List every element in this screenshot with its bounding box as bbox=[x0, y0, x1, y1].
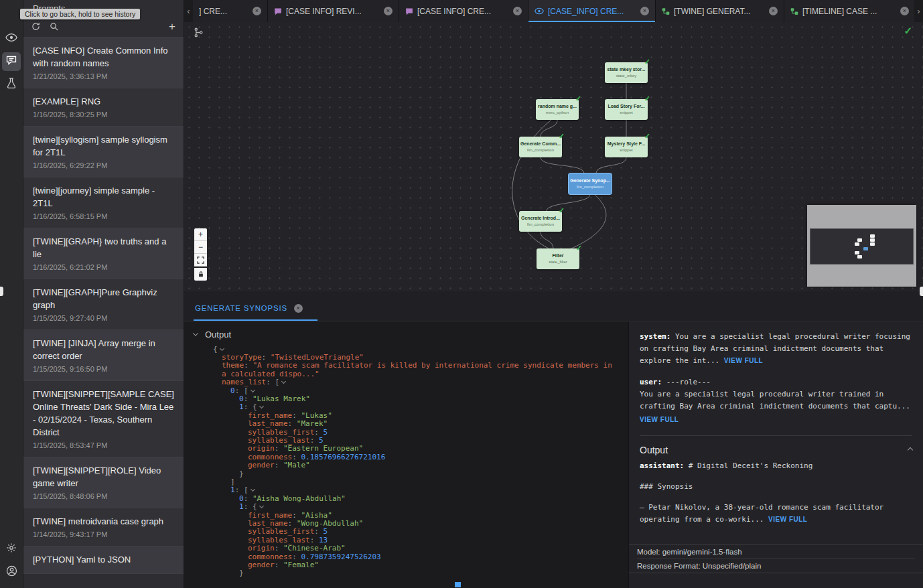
tab-item[interactable]: [CASE INFO] CRE...× bbox=[399, 0, 528, 22]
prompt-title: [TWINE][SNIPPET][SAMPLE CASE] Online Thr… bbox=[33, 388, 174, 439]
prompt-list-item[interactable]: [TWINE] metroidvania case graph1/14/2025… bbox=[23, 508, 184, 546]
rail-item-flask[interactable] bbox=[2, 75, 21, 94]
json-line: 0: "Aisha Wong-Abdullah" bbox=[192, 495, 628, 503]
scrollbar-thumb[interactable] bbox=[455, 582, 461, 587]
prompt-list-item[interactable]: [PYTHON] Yaml to JSON bbox=[23, 546, 184, 574]
collapse-chevron-icon[interactable] bbox=[259, 404, 263, 409]
canvas-controls: + − bbox=[194, 228, 207, 281]
tab-label: [CASE_INFO] CRE... bbox=[548, 7, 636, 16]
flow-node[interactable]: Generate Introd...llm_completion✓ bbox=[519, 211, 562, 232]
minimap[interactable] bbox=[807, 205, 916, 287]
prompt-list-item[interactable]: [CASE INFO] Create Common Info with rand… bbox=[23, 38, 184, 88]
collapse-chevron-icon[interactable] bbox=[259, 504, 263, 508]
flow-node[interactable]: Filterstate_filter✓ bbox=[537, 248, 579, 269]
rail-item-settings[interactable] bbox=[2, 540, 21, 559]
close-icon[interactable]: × bbox=[253, 7, 261, 15]
prompt-list-item[interactable]: [TWINE][GRAPH]Pure Graphviz graph1/15/20… bbox=[23, 279, 184, 330]
node-success-check-icon: ✓ bbox=[644, 132, 650, 141]
lock-button[interactable] bbox=[194, 268, 207, 281]
json-line: gender: "Male" bbox=[192, 461, 628, 469]
bottom-tab-generate-synopsis[interactable]: GENERATE SYNOPSIS × bbox=[194, 304, 317, 321]
prompt-date: 1/16/2025, 6:29:22 PM bbox=[33, 161, 174, 169]
user-message: user: ---role--- You are a specialist le… bbox=[640, 376, 912, 426]
tab-label: [CASE INFO] REVI... bbox=[286, 7, 380, 16]
flow-node[interactable]: Generate Synop...llm_completion bbox=[569, 173, 612, 194]
assistant-title: # Digital Deceit's Reckoning bbox=[689, 461, 812, 470]
flow-icon bbox=[790, 7, 798, 15]
prompt-title: [TWINE][GRAPH]Pure Graphviz graph bbox=[33, 286, 174, 311]
rail-item-eye[interactable] bbox=[2, 29, 21, 48]
response-format-info: Response Format: Unspecified/plain bbox=[637, 559, 915, 573]
fit-view-icon bbox=[197, 256, 204, 264]
tab-item[interactable]: [TWINE] GENERAT...× bbox=[656, 0, 784, 22]
pane-resize-handle-left[interactable] bbox=[0, 287, 3, 296]
add-prompt-button[interactable]: + bbox=[169, 20, 175, 33]
flow-edge bbox=[596, 157, 626, 173]
flow-node[interactable]: random name g...exec_python✓ bbox=[536, 99, 579, 120]
prompt-list-item[interactable]: [TWINE][SNIPPET][ROLE] Video game writer… bbox=[23, 457, 184, 508]
node-title: Mystery Style F... bbox=[605, 141, 648, 147]
assistant-view-full-link[interactable]: VIEW FULL bbox=[768, 516, 807, 523]
pane-resize-handle-right[interactable] bbox=[920, 287, 923, 296]
activity-bar bbox=[0, 0, 23, 588]
output-section-header[interactable]: Output bbox=[640, 444, 912, 456]
output-collapse-header[interactable]: Output bbox=[192, 327, 628, 346]
json-line: ] bbox=[192, 478, 628, 486]
collapse-chevron-icon[interactable] bbox=[220, 346, 224, 350]
prompts-sidebar: Prompts + [CASE INFO] Create Common Info… bbox=[23, 0, 184, 588]
rail-item-account[interactable] bbox=[2, 563, 21, 581]
tab-item[interactable]: ] CRE...× bbox=[193, 0, 268, 22]
tabs-scroll-left[interactable]: ‹ bbox=[184, 0, 193, 22]
user-view-full-link[interactable]: VIEW FULL bbox=[640, 414, 679, 426]
prompt-list-item[interactable]: [EXAMPLE] RNG1/16/2025, 8:30:25 PM bbox=[23, 88, 184, 127]
flow-node[interactable]: Generate Comm...llm_completion✓ bbox=[519, 137, 562, 157]
tab-item[interactable]: [TIMELINE] CASE ...× bbox=[784, 0, 914, 22]
prompt-list-item[interactable]: [twine][syllogism] sample syllogism for … bbox=[23, 127, 184, 177]
flow-node[interactable]: Mystery Style F...snippet✓ bbox=[605, 137, 648, 157]
system-view-full-link[interactable]: VIEW FULL bbox=[724, 357, 763, 364]
auto-layout-icon[interactable] bbox=[194, 27, 204, 40]
zoom-out-button[interactable]: − bbox=[194, 241, 207, 254]
system-text: You are a specialist legal procedural wr… bbox=[640, 332, 910, 365]
collapse-chevron-icon[interactable] bbox=[281, 379, 286, 384]
close-icon[interactable]: × bbox=[513, 7, 522, 15]
node-success-check-icon: ✓ bbox=[575, 94, 581, 103]
assistant-label: assistant: bbox=[640, 461, 684, 470]
app-root: Prompts + [CASE INFO] Create Common Info… bbox=[0, 0, 923, 588]
collapse-chevron-icon[interactable] bbox=[250, 387, 255, 392]
assistant-text: — Petar Nikolov, a 38-year-old romance s… bbox=[640, 503, 883, 524]
fit-view-button[interactable] bbox=[194, 254, 207, 267]
prompt-title: [TWINE][SNIPPET][ROLE] Video game writer bbox=[33, 464, 174, 490]
close-icon[interactable]: × bbox=[294, 304, 303, 313]
flow-edge bbox=[541, 120, 557, 137]
rail-item-prompts[interactable] bbox=[2, 52, 21, 71]
tabs-scroll-right[interactable]: › bbox=[914, 0, 923, 22]
prompt-list: [CASE INFO] Create Common Info with rand… bbox=[23, 38, 184, 588]
close-icon[interactable]: × bbox=[640, 7, 649, 15]
close-icon[interactable]: × bbox=[384, 7, 393, 15]
flow-canvas[interactable]: ✓ + − state mkey stor...state_mkey✓rando… bbox=[184, 22, 923, 291]
node-title: random name g... bbox=[536, 103, 579, 109]
search-icon[interactable] bbox=[50, 22, 58, 31]
node-title: Generate Synop... bbox=[569, 177, 612, 183]
collapse-chevron-icon[interactable] bbox=[250, 487, 255, 492]
prompt-title: [twine][journey] simple sample - 2T1L bbox=[33, 184, 174, 210]
prompt-list-item[interactable]: [TWINE] [JINJA] Array merge in correct o… bbox=[23, 330, 184, 381]
close-icon[interactable]: × bbox=[900, 7, 909, 15]
prompt-list-item[interactable]: [TWINE][GRAPH} two truths and a lie1/16/… bbox=[23, 228, 184, 279]
prompt-list-item[interactable]: [twine][journey] simple sample - 2T1L1/1… bbox=[23, 177, 184, 228]
tab-active[interactable]: [CASE_INFO] CRE...× bbox=[528, 0, 656, 22]
system-label: system: bbox=[640, 332, 670, 341]
run-details-body: system: You are a specialist legal proce… bbox=[629, 321, 923, 526]
close-icon[interactable]: × bbox=[769, 7, 778, 15]
node-subtitle: llm_completion bbox=[569, 184, 612, 190]
flow-node[interactable]: state mkey stor...state_mkey✓ bbox=[605, 62, 648, 83]
node-success-check-icon: ✓ bbox=[559, 132, 565, 141]
json-line: theme: "A romance scam facilitator is ki… bbox=[192, 362, 628, 378]
zoom-in-button[interactable]: + bbox=[194, 228, 207, 241]
flow-node[interactable]: Load Story For...snippet✓ bbox=[605, 99, 648, 120]
minimap-node-dot bbox=[870, 234, 875, 238]
tab-item[interactable]: [CASE INFO] REVI...× bbox=[268, 0, 399, 22]
prompt-list-item[interactable]: [TWINE][SNIPPET][SAMPLE CASE] Online Thr… bbox=[23, 381, 184, 457]
refresh-icon[interactable] bbox=[31, 22, 40, 31]
